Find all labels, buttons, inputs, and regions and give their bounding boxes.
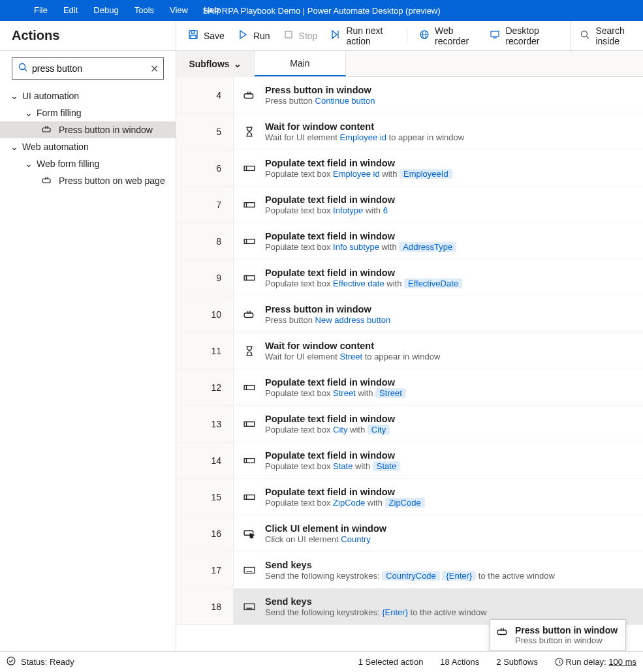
- web-recorder-button[interactable]: Web recorder: [414, 25, 482, 46]
- flow-step[interactable]: 12Populate text field in windowPopulate …: [176, 369, 643, 406]
- flow-step[interactable]: 11Wait for window contentWait for UI ele…: [176, 333, 643, 369]
- menu-tools[interactable]: Tools: [127, 0, 162, 21]
- step-title: Click UI element in window: [265, 523, 634, 534]
- step-title: Send keys: [265, 596, 634, 607]
- stop-button[interactable]: Stop: [278, 25, 323, 46]
- clear-icon[interactable]: ✕: [150, 63, 159, 75]
- svg-rect-19: [244, 202, 255, 207]
- step-number: 14: [176, 442, 234, 478]
- run-next-button[interactable]: Run next action: [325, 25, 400, 46]
- status-run-delay[interactable]: Run delay: 100 ms: [555, 657, 636, 667]
- step-title: Populate text field in window: [265, 414, 634, 424]
- chevron-down-icon: ⌄: [10, 143, 18, 151]
- subflows-dropdown[interactable]: Subflows ⌄: [176, 51, 255, 77]
- flow-step[interactable]: 6Populate text field in windowPopulate t…: [176, 150, 643, 187]
- stop-icon: [283, 29, 294, 42]
- step-title: Populate text field in window: [265, 158, 634, 168]
- tree-web-automation[interactable]: ⌄ Web automation: [0, 138, 176, 155]
- step-number: 10: [176, 296, 234, 332]
- keys-icon: [243, 602, 256, 611]
- menubar: File Edit Debug Tools View Help SAP RPA …: [0, 0, 643, 21]
- step-description: Populate text box ZipCode with ZipCode: [265, 498, 634, 508]
- menu-debug[interactable]: Debug: [86, 0, 126, 21]
- flow-step[interactable]: 10Press button in windowPress button New…: [176, 296, 643, 333]
- flow-step[interactable]: 5Wait for window contentWait for UI elem…: [176, 114, 643, 150]
- menu-view[interactable]: View: [162, 0, 196, 21]
- menu-edit[interactable]: Edit: [55, 0, 86, 21]
- tree-press-button-web[interactable]: Press button on web page: [0, 172, 176, 189]
- svg-rect-43: [244, 603, 255, 609]
- flow-step[interactable]: 16Click UI element in windowClick on UI …: [176, 515, 643, 552]
- tabs-row: Subflows ⌄ Main: [176, 51, 643, 77]
- step-number: 12: [176, 369, 234, 405]
- flow-step[interactable]: 4Press button in windowPress button Cont…: [176, 77, 643, 114]
- svg-point-12: [20, 64, 25, 70]
- actions-tree: ⌄ UI automation ⌄ Form filling Press but…: [0, 87, 176, 189]
- field-icon: [243, 237, 256, 246]
- click-icon: [243, 528, 256, 539]
- svg-rect-21: [244, 239, 255, 243]
- flow-step[interactable]: 13Populate text field in windowPopulate …: [176, 406, 643, 442]
- field-icon: [243, 200, 256, 209]
- field-icon: [243, 273, 256, 283]
- tree-web-form-filling[interactable]: ⌄ Web form filling: [0, 155, 176, 172]
- step-description: Populate text box Street with Street: [265, 388, 634, 398]
- flow-canvas[interactable]: 4Press button in windowPress button Cont…: [176, 77, 643, 651]
- tree-form-filling[interactable]: ⌄ Form filling: [0, 104, 176, 121]
- status-ok-icon: [7, 656, 16, 667]
- step-number: 6: [176, 150, 234, 186]
- search-icon: [18, 62, 28, 75]
- chevron-down-icon: ⌄: [234, 59, 242, 69]
- svg-rect-26: [244, 385, 255, 389]
- svg-rect-30: [244, 458, 255, 463]
- status-subflows: 2 Subflows: [496, 657, 538, 667]
- field-icon: [243, 493, 256, 502]
- separator: [407, 27, 407, 44]
- monitor-icon: [490, 29, 500, 42]
- svg-line-13: [25, 69, 27, 72]
- step-number: 13: [176, 406, 234, 442]
- step-title: Populate text field in window: [265, 377, 634, 388]
- field-icon: [243, 420, 256, 429]
- menu-help[interactable]: Help: [196, 0, 229, 21]
- flow-step[interactable]: 14Populate text field in windowPopulate …: [176, 442, 643, 479]
- step-number: 18: [176, 588, 234, 624]
- step-title: Populate text field in window: [265, 487, 634, 497]
- svg-rect-2: [191, 35, 196, 38]
- step-number: 17: [176, 552, 234, 588]
- step-number: 9: [176, 260, 234, 296]
- svg-rect-35: [244, 567, 255, 573]
- wait-icon: [243, 127, 256, 137]
- step-number: 4: [176, 77, 234, 113]
- flow-step[interactable]: 15Populate text field in windowPopulate …: [176, 479, 643, 515]
- flow-step[interactable]: 9Populate text field in windowPopulate t…: [176, 260, 643, 296]
- svg-line-11: [587, 37, 589, 39]
- tree-press-button-window[interactable]: Press button in window: [0, 121, 176, 138]
- step-number: 11: [176, 333, 234, 369]
- flow-step[interactable]: 7Populate text field in windowPopulate t…: [176, 187, 643, 223]
- actions-search-input[interactable]: [32, 63, 146, 74]
- status-selected: 1 Selected action: [358, 657, 424, 667]
- statusbar: Status: Ready 1 Selected action 18 Actio…: [0, 651, 643, 672]
- svg-rect-32: [244, 495, 255, 499]
- step-description: Populate text box State with State: [265, 461, 634, 471]
- flow-step[interactable]: 17Send keysSend the following keystrokes…: [176, 552, 643, 588]
- step-description: Populate text box Employee id with Emplo…: [265, 169, 634, 179]
- flow-step[interactable]: 8Populate text field in windowPopulate t…: [176, 223, 643, 260]
- menu-file[interactable]: File: [26, 0, 55, 21]
- field-icon: [243, 164, 256, 173]
- toolbar: Actions Save Run Stop Run next action We…: [0, 21, 643, 51]
- desktop-recorder-button[interactable]: Desktop recorder: [484, 25, 565, 46]
- panel-title: Actions: [12, 28, 59, 43]
- save-button[interactable]: Save: [183, 25, 230, 46]
- toolbar-search[interactable]: Search inside: [570, 21, 643, 50]
- step-description: Click on UI element Country: [265, 534, 634, 544]
- step-number: 5: [176, 114, 234, 149]
- tab-main[interactable]: Main: [255, 51, 346, 76]
- actions-search[interactable]: ✕: [12, 57, 164, 80]
- step-title: Populate text field in window: [265, 450, 634, 461]
- step-description: Send the following keystrokes: {Enter} t…: [265, 607, 634, 617]
- chevron-down-icon: ⌄: [25, 109, 33, 117]
- tree-ui-automation[interactable]: ⌄ UI automation: [0, 87, 176, 104]
- run-button[interactable]: Run: [232, 25, 275, 46]
